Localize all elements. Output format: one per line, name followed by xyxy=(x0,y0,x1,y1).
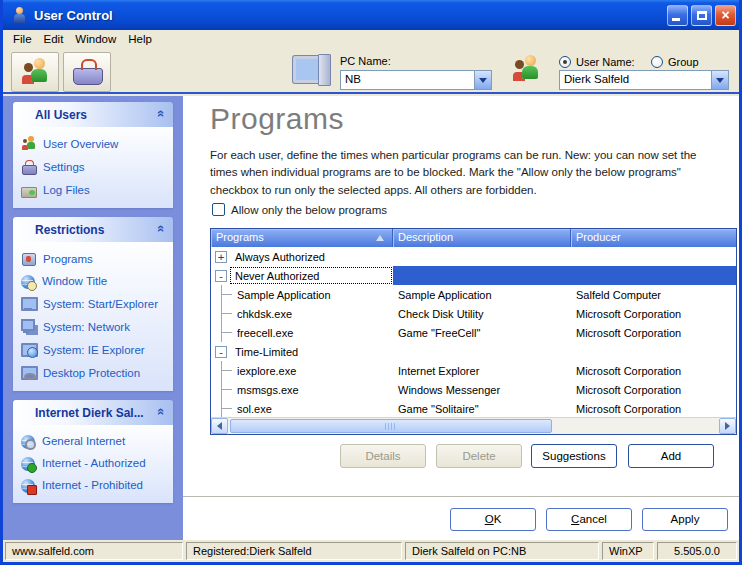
section-title: All Users xyxy=(35,108,87,122)
collapse-chevron-icon[interactable]: « xyxy=(154,110,169,117)
section-items: Programs Window Title System: Start/Expl… xyxy=(13,242,173,391)
cell-producer: Microsoft Corporation xyxy=(571,361,736,380)
toolbox-icon xyxy=(70,58,104,86)
status-version: 5.505.0.0 xyxy=(657,542,737,560)
globe-check-icon xyxy=(21,457,35,471)
sidebar-item-user-overview[interactable]: User Overview xyxy=(21,136,169,151)
sidebar-item-general-internet[interactable]: General Internet xyxy=(21,434,169,448)
settings-toolbar-button[interactable] xyxy=(63,52,111,92)
sidebar-item-window-title[interactable]: Window Title xyxy=(21,274,169,288)
add-button[interactable]: Add xyxy=(628,444,714,468)
column-header-producer[interactable]: Producer xyxy=(571,229,736,247)
sidebar-section-restrictions: Restrictions « Programs Window Title Sys… xyxy=(13,217,173,391)
user-name-radio[interactable]: User Name: xyxy=(559,56,635,68)
window-title: User Control xyxy=(34,8,113,23)
section-header-all-users[interactable]: All Users « xyxy=(13,102,173,127)
group-radio-label: Group xyxy=(668,56,699,68)
arrow-left-icon xyxy=(217,422,222,430)
cell-description: Game "FreeCell" xyxy=(393,323,571,342)
sidebar-item-settings[interactable]: Settings xyxy=(21,159,169,174)
suggestions-button[interactable]: Suggestions xyxy=(531,444,617,468)
table-row[interactable]: msmsgs.exe Windows Messenger Microsoft C… xyxy=(211,380,736,399)
status-website: www.salfeld.com xyxy=(5,542,183,560)
scroll-right-button[interactable] xyxy=(719,418,736,434)
menu-window[interactable]: Window xyxy=(72,32,125,47)
arrow-right-icon xyxy=(725,422,730,430)
sidebar-item-label: Log Files xyxy=(43,184,90,196)
user-name-combobox[interactable]: Dierk Salfeld xyxy=(559,70,729,90)
sidebar-item-label: General Internet xyxy=(42,435,125,447)
cancel-button[interactable]: Cancel xyxy=(546,508,632,531)
minimize-button[interactable] xyxy=(667,5,688,26)
horizontal-scrollbar[interactable] xyxy=(211,417,736,434)
allow-only-checkbox-label[interactable]: Allow only the below programs xyxy=(231,204,387,216)
sidebar-item-log-files[interactable]: Log Files xyxy=(21,182,169,197)
sidebar-section-all-users: All Users « User Overview Settings Log F… xyxy=(13,102,173,208)
ok-button[interactable]: OK xyxy=(450,508,536,531)
table-row-group[interactable]: - Time-Limited xyxy=(211,342,736,361)
group-radio[interactable]: Group xyxy=(651,56,699,68)
cell-producer: Microsoft Corporation xyxy=(571,304,736,323)
table-row-group[interactable]: + Always Authorized xyxy=(211,247,736,266)
sidebar-item-system-network[interactable]: System: Network xyxy=(21,319,169,334)
sidebar-item-internet-authorized[interactable]: Internet - Authorized xyxy=(21,456,169,470)
application-icon xyxy=(21,251,36,266)
collapse-chevron-icon[interactable]: « xyxy=(154,408,169,415)
sidebar-item-system-ie-explorer[interactable]: System: IE Explorer xyxy=(21,342,169,357)
collapse-minus-icon[interactable]: - xyxy=(215,346,227,358)
toolbar: PC Name: NB User Name: Group Dierk Salfe… xyxy=(3,48,739,94)
title-bar: User Control × xyxy=(0,0,742,30)
users-toolbar-button[interactable] xyxy=(11,52,59,92)
column-header-programs[interactable]: Programs xyxy=(211,229,393,247)
monitor-globe-icon xyxy=(21,342,36,357)
users-icon xyxy=(18,58,52,86)
app-person-icon xyxy=(10,6,28,24)
cell-producer: Microsoft Corporation xyxy=(571,399,736,417)
sidebar-item-desktop-protection[interactable]: Desktop Protection xyxy=(21,365,169,380)
expand-plus-icon[interactable]: + xyxy=(215,251,227,263)
menu-help[interactable]: Help xyxy=(125,32,161,47)
ok-button-label: OK xyxy=(451,509,535,530)
table-row[interactable]: sol.exe Game "Solitaire" Microsoft Corpo… xyxy=(211,399,736,417)
sidebar-item-internet-prohibited[interactable]: Internet - Prohibited xyxy=(21,478,169,492)
maximize-button[interactable] xyxy=(691,5,712,26)
collapse-chevron-icon[interactable]: « xyxy=(154,225,169,232)
column-label: Producer xyxy=(576,231,621,243)
cell-description: Check Disk Utility xyxy=(393,304,571,323)
collapse-minus-icon[interactable]: - xyxy=(215,270,227,282)
monitor-icon xyxy=(21,296,36,311)
sidebar-item-system-start-explorer[interactable]: System: Start/Explorer xyxy=(21,296,169,311)
allow-only-checkbox[interactable] xyxy=(212,203,225,216)
pc-name-combobox[interactable]: NB xyxy=(340,70,492,90)
scrollbar-thumb[interactable] xyxy=(230,419,552,433)
group-label: Always Authorized xyxy=(229,247,393,266)
sidebar-item-label: System: Network xyxy=(43,321,130,333)
status-current-user: Dierk Salfeld on PC:NB xyxy=(405,542,599,560)
table-row[interactable]: Sample Application Sample Application Sa… xyxy=(211,285,736,304)
sidebar-item-programs[interactable]: Programs xyxy=(21,251,169,266)
table-row[interactable]: chkdsk.exe Check Disk Utility Microsoft … xyxy=(211,304,736,323)
allow-only-checkbox-row: Allow only the below programs xyxy=(212,203,387,216)
section-header-restrictions[interactable]: Restrictions « xyxy=(13,217,173,242)
cell-program: freecell.exe xyxy=(237,327,293,339)
section-header-internet[interactable]: Internet Dierk Sal... « xyxy=(13,400,173,425)
scroll-left-button[interactable] xyxy=(211,418,228,434)
table-row[interactable]: iexplore.exe Internet Explorer Microsoft… xyxy=(211,361,736,380)
close-icon: × xyxy=(716,6,735,25)
chevron-down-icon[interactable] xyxy=(474,71,491,89)
table-row-group-selected[interactable]: - Never Authorized xyxy=(211,266,736,285)
menu-file[interactable]: File xyxy=(10,32,41,47)
monitors-icon xyxy=(21,319,36,334)
column-header-description[interactable]: Description xyxy=(393,229,571,247)
user-name-radio-label: User Name: xyxy=(576,56,635,68)
sidebar-item-label: Programs xyxy=(43,253,93,265)
tree-connector xyxy=(211,304,237,323)
table-row[interactable]: freecell.exe Game "FreeCell" Microsoft C… xyxy=(211,323,736,342)
cell-description: Sample Application xyxy=(393,285,571,304)
menu-edit[interactable]: Edit xyxy=(41,32,73,47)
chevron-down-icon[interactable] xyxy=(711,71,728,89)
page-title: Programs xyxy=(210,102,344,136)
group-label: Never Authorized xyxy=(229,266,393,285)
apply-button[interactable]: Apply xyxy=(642,508,728,531)
close-button[interactable]: × xyxy=(715,5,736,26)
